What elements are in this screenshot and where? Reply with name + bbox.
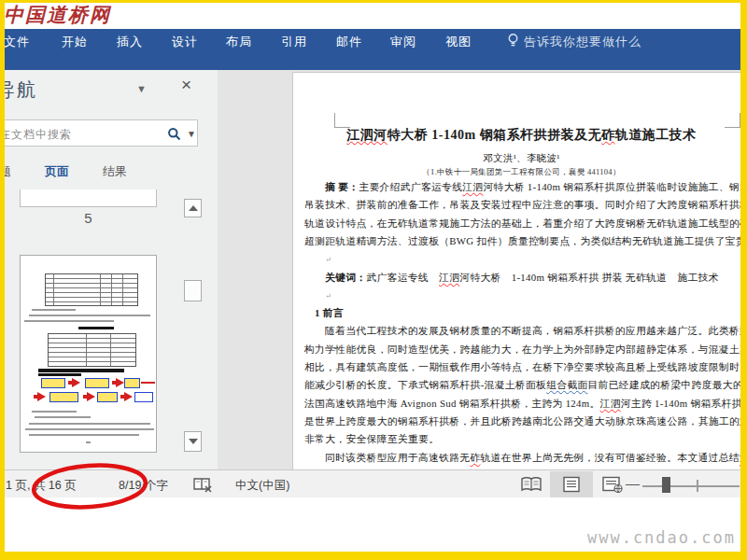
- footer-area: www.cndao.com: [0, 497, 747, 552]
- nav-tab-2[interactable]: 页面: [45, 163, 69, 180]
- frame-border-top: [0, 0, 747, 3]
- search-placeholder: 在文档中搜索: [0, 127, 72, 143]
- document-text-line: 超测距轨道精调方法、过渡板（BWG 扣件）质量控制要点，为类似结构无砟轨道施工提…: [304, 235, 747, 248]
- margin-crop-mark-right: [725, 113, 740, 128]
- document-text-line: 1 前言: [315, 307, 344, 320]
- document-text-line: ↵: [325, 289, 331, 301]
- document-view: 江泗河特大桥 1-140m 钢箱系杆拱拼装及无砟轨道施工技术 邓文洪¹、李晓波¹…: [218, 70, 747, 469]
- document-search-input[interactable]: 在文档中搜索 ▼: [0, 119, 198, 147]
- document-affiliation: （1.中铁十一局集团第一工程有限公司，襄樊 441104）: [304, 167, 739, 178]
- thumbnail-flowchart-box: [41, 378, 65, 388]
- scrollbar-thumb[interactable]: [184, 280, 202, 301]
- ribbon-tab-2[interactable]: 开始: [62, 34, 88, 50]
- zoom-out-button[interactable]: —: [626, 475, 640, 491]
- ribbon-tab-5[interactable]: 布局: [226, 34, 252, 50]
- margin-crop-mark-left: [334, 113, 350, 128]
- document-text-line: 能减少引桥的长度。下承式钢箱系杆拱-混凝土桥面板组合截面目前已经建成的桥梁中跨度…: [304, 379, 747, 392]
- document-text-line: 法国高速铁路地中海 Avignon Sud 钢箱系杆拱桥，主跨为 124m。江泗…: [304, 398, 747, 411]
- lightbulb-icon: [507, 33, 519, 53]
- word-window: 中国道桥网 文件开始插入设计布局引用邮件审阅视图 告诉我你想要做什么 导航 ▼ …: [0, 0, 747, 560]
- document-text-line: 摘 要：主要介绍武广客运专线江泗河特大桥 1-140m 钢箱系杆拱原位拼装临时设…: [325, 181, 747, 194]
- proofing-errors-icon[interactable]: [191, 475, 214, 497]
- search-icon[interactable]: [167, 127, 182, 146]
- document-text-line: 构力学性能优良，同时造型优美，跨越能力大，在力学上为外部静定内部超静定体系，与混…: [304, 343, 747, 357]
- document-text-line: 非常大，安全保障至关重要。: [304, 433, 439, 446]
- document-authors: 邓文洪¹、李晓波¹: [304, 152, 739, 165]
- print-layout-icon[interactable]: [561, 476, 582, 496]
- ribbon-bar: 文件开始插入设计布局引用邮件审阅视图 告诉我你想要做什么: [0, 29, 747, 70]
- scrollbar-up-button[interactable]: [184, 199, 202, 217]
- tell-me-box[interactable]: 告诉我你想要做什么: [524, 34, 641, 50]
- frame-border-left: [0, 0, 5, 560]
- site-logo-watermark: 中国道桥网: [4, 2, 111, 28]
- document-text-line: 随着当代工程技术的发展及钢材质量的不断提高，钢箱系杆拱桥的应用越来越广泛。此类桥…: [325, 325, 747, 338]
- nav-tab-3[interactable]: 结果: [103, 163, 127, 180]
- thumbnail-flow-arrow-icon: [72, 378, 80, 387]
- document-text-line: 相比，具有建筑高度低，一期恒载作用小等特点，在桥下净空要求较高且桥上受线路坡度限…: [304, 361, 747, 374]
- read-mode-icon[interactable]: [520, 476, 543, 496]
- document-text-line: 关键词：武广客运专线 江泗河特大桥 1-140m 钢箱系杆拱 拼装 无砟轨道 施…: [325, 272, 719, 285]
- ribbon-tab-1[interactable]: 文件: [4, 34, 30, 50]
- frame-border-right: [740, 0, 747, 560]
- ribbon-tab-7[interactable]: 邮件: [336, 34, 362, 50]
- word-count[interactable]: 8/19 个字: [119, 478, 168, 494]
- status-bar: 1 页, 共 16 页 8/19 个字 中文(中国): [0, 469, 747, 497]
- document-text-line: ↵: [325, 253, 331, 264]
- ribbon-tab-6[interactable]: 引用: [281, 34, 307, 50]
- page-thumbnail-partial[interactable]: [20, 189, 157, 207]
- navigation-options-chevron-icon[interactable]: ▼: [136, 83, 147, 94]
- frame-border-bottom: [0, 552, 747, 560]
- navigation-pane-title: 导航: [0, 77, 37, 103]
- zoom-slider-thumb[interactable]: [662, 477, 670, 493]
- document-text-line: 同时该类桥型应用于高速铁路无砟轨道在世界上尚无先例，没有可借鉴经验。本文通过总结…: [325, 452, 747, 465]
- navigation-pane: 导航 ▼ × 在文档中搜索 ▼ 标题页面结果 5: [0, 70, 218, 469]
- page-indicator-circled: 共 16 页: [34, 479, 77, 492]
- zoom-slider-center-tick: [697, 480, 698, 492]
- thumbnail-table: [48, 333, 136, 367]
- page-indicator[interactable]: 1 页, 共 16 页: [6, 478, 77, 494]
- document-title: 江泗河特大桥 1-140m 钢箱系杆拱拼装及无砟轨道施工技术: [304, 127, 739, 144]
- thumbnail-page-number: 5: [20, 210, 157, 226]
- ribbon-tab-9[interactable]: 视图: [445, 34, 472, 50]
- ribbon-tab-8[interactable]: 审阅: [390, 34, 416, 50]
- document-text-line: 是世界上跨度最大的钢箱系杆拱桥，并且此桥跨越南北公路交通大动脉京珠高速公路，其施…: [304, 415, 747, 428]
- web-layout-icon[interactable]: [601, 476, 624, 496]
- site-url-watermark: www.cndao.com: [587, 528, 736, 547]
- document-text-line: 吊装技术、拼装前的准备工作，吊装及安装过程中应注意的事项。同时介绍了大跨度钢箱系…: [304, 199, 747, 212]
- thumbnail-table: [45, 273, 138, 306]
- ribbon-tab-4[interactable]: 设计: [172, 34, 198, 50]
- language-indicator[interactable]: 中文(中国): [235, 478, 289, 494]
- ribbon-tab-3[interactable]: 插入: [117, 34, 143, 50]
- navigation-pane-close-icon[interactable]: ×: [181, 76, 191, 93]
- document-page[interactable]: 江泗河特大桥 1-140m 钢箱系杆拱拼装及无砟轨道施工技术 邓文洪¹、李晓波¹…: [292, 72, 747, 470]
- search-dropdown-chevron-icon[interactable]: ▼: [187, 129, 196, 139]
- page-thumbnail[interactable]: [20, 255, 157, 453]
- zoom-slider-track[interactable]: [642, 485, 740, 487]
- scrollbar-down-button[interactable]: [184, 431, 202, 452]
- document-text-line: 轨道设计特点，在无砟轨道常规施工方法的基础上，着重介绍了大跨度钢桥无砟轨道施工线…: [304, 217, 747, 231]
